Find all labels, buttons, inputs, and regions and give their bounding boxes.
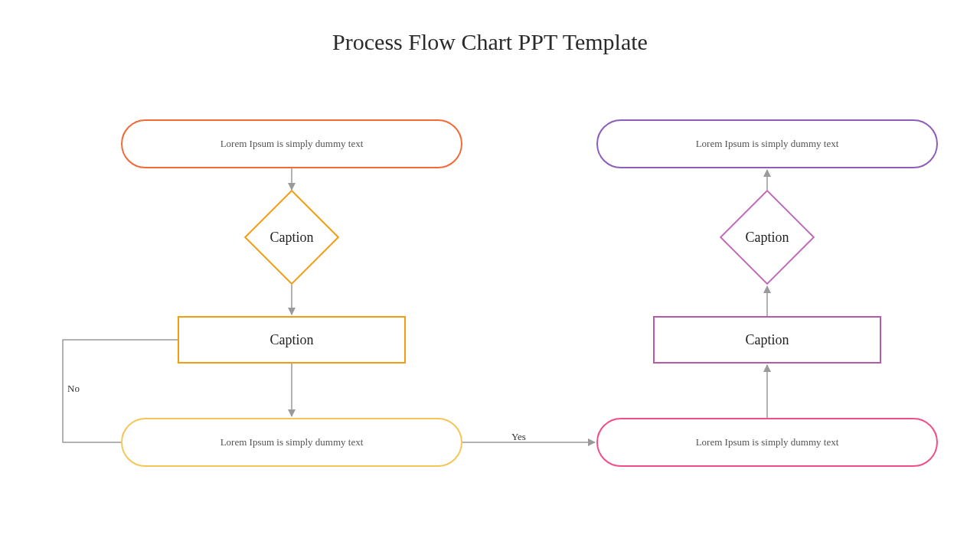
left-terminator-start-text: Lorem Ipsum is simply dummy text xyxy=(220,138,364,150)
flow-arrows xyxy=(0,0,980,551)
left-terminator-end-text: Lorem Ipsum is simply dummy text xyxy=(220,436,364,448)
left-process-label: Caption xyxy=(270,332,314,348)
right-terminator-start: Lorem Ipsum is simply dummy text xyxy=(596,418,938,467)
right-process-label: Caption xyxy=(746,332,789,348)
right-process: Caption xyxy=(653,316,881,364)
page-title: Process Flow Chart PPT Template xyxy=(0,29,980,55)
right-decision: Caption xyxy=(733,204,801,271)
yes-label: Yes xyxy=(511,431,526,443)
left-process: Caption xyxy=(178,316,406,364)
right-terminator-end: Lorem Ipsum is simply dummy text xyxy=(596,119,938,168)
no-label: No xyxy=(67,383,80,395)
right-terminator-end-text: Lorem Ipsum is simply dummy text xyxy=(696,138,839,150)
right-decision-label: Caption xyxy=(733,204,801,271)
left-decision: Caption xyxy=(258,204,325,271)
left-terminator-end: Lorem Ipsum is simply dummy text xyxy=(121,418,462,467)
right-terminator-start-text: Lorem Ipsum is simply dummy text xyxy=(696,436,839,448)
left-terminator-start: Lorem Ipsum is simply dummy text xyxy=(121,119,462,168)
left-decision-label: Caption xyxy=(258,204,325,271)
